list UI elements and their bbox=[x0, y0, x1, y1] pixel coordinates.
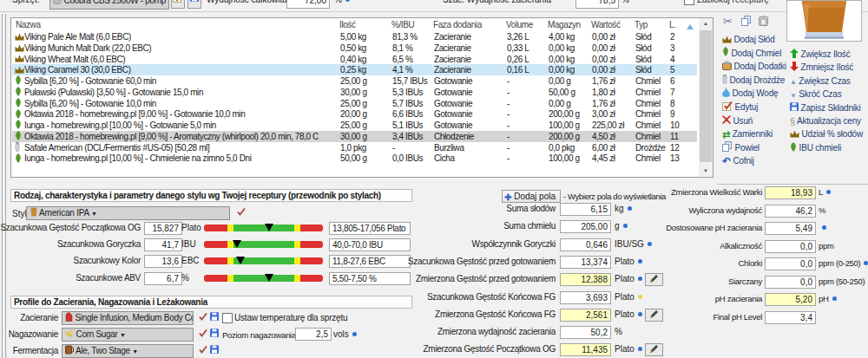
fermentation-save-button[interactable] bbox=[209, 345, 220, 355]
field-dot bbox=[826, 190, 831, 194]
table-scrollbar[interactable]: ▲▼ bbox=[699, 18, 713, 177]
row-stock: 200,00 g bbox=[549, 131, 580, 142]
table-row[interactable]: Oktawia 2018 - homebrewing.pl [9,00 %] -… bbox=[12, 131, 697, 142]
scroll-up-icon[interactable]: ▲ bbox=[699, 18, 713, 29]
undo-button[interactable]: ↶ Cofnij bbox=[722, 154, 754, 167]
table-row[interactable]: Viking Munich Malt Dark (22,0 EBC)0,50 k… bbox=[12, 42, 697, 54]
mid-field-edit-button[interactable] bbox=[645, 343, 663, 356]
style-dropdown[interactable]: American IPA ▼ bbox=[26, 206, 230, 220]
table-row[interactable]: Iunga - homebrewing.pl [10,00 %] - Gotow… bbox=[12, 120, 697, 131]
grain-percentage-button[interactable]: Udział % słodów bbox=[790, 127, 863, 140]
right-field-value[interactable]: 46,2 bbox=[765, 205, 816, 218]
column-header[interactable]: Typ bbox=[635, 20, 648, 29]
table-row[interactable]: Sybilla [6,20 %] - Gotowanie 60,0 min25,… bbox=[12, 75, 697, 87]
increase-time-button[interactable]: ▲ Zwiększ Czas bbox=[790, 75, 851, 88]
style-row-value[interactable]: 41,7 bbox=[144, 238, 182, 251]
decrease-amount-button[interactable]: Zmniejsz Ilość bbox=[790, 61, 853, 74]
column-header[interactable]: Faza dodania bbox=[433, 20, 482, 29]
right-field-value[interactable]: 0,0 bbox=[765, 257, 816, 270]
carbonation-check-button[interactable] bbox=[197, 329, 207, 339]
right-field-value[interactable]: 5,20 bbox=[765, 293, 816, 306]
table-row[interactable]: Iunga - homebrewing.pl [10,00 %] - Chmie… bbox=[12, 153, 697, 164]
mash-dropdown[interactable]: Single Infusion, Medium Body Coob bbox=[62, 311, 194, 325]
mash-check-button[interactable] bbox=[197, 313, 207, 322]
table-row[interactable]: Viking Wheat Malt (6,0 EBC)0,40 kg6,5 %Z… bbox=[12, 54, 697, 65]
equipment-dropdown[interactable]: Coobra CBS 2500W - pomp 220V bbox=[49, 0, 169, 10]
equipment-save-button[interactable] bbox=[187, 0, 201, 9]
row-volume: 0,16 L bbox=[507, 64, 529, 75]
increase-amount-button[interactable]: Zwiększ Ilość bbox=[790, 48, 850, 61]
hop-icon bbox=[15, 153, 22, 166]
cut-button[interactable]: ✂ bbox=[723, 15, 737, 28]
lock-recipe-checkbox[interactable] bbox=[684, 0, 694, 5]
set-temp-checkbox[interactable] bbox=[222, 313, 233, 323]
column-header[interactable]: Magazyn bbox=[548, 20, 581, 29]
table-row[interactable]: Sybilla [6,20 %] - Gotowanie 10,0 min25,… bbox=[12, 98, 697, 109]
sort-arrow-icon[interactable] bbox=[687, 22, 694, 31]
column-header[interactable]: Wartość bbox=[591, 20, 621, 29]
table-row[interactable]: Viking Caramel 30 (30,0 EBC)0,25 kg4,1 %… bbox=[12, 64, 697, 75]
splitter-line[interactable] bbox=[2, 14, 3, 358]
carbonation-save-button[interactable] bbox=[209, 329, 220, 338]
column-header[interactable]: %/IBU bbox=[391, 20, 414, 29]
equipment-edit-button[interactable] bbox=[171, 0, 185, 9]
add-water-button[interactable]: Dodaj Wodę bbox=[722, 87, 778, 100]
add-misc-button[interactable]: Dodaj Dodatki bbox=[722, 60, 786, 73]
decrease-time-button[interactable]: ▼ Skróć Czas bbox=[790, 88, 841, 101]
right-field-value[interactable]: 18,93 bbox=[765, 186, 816, 199]
scroll-down-icon[interactable]: ▼ bbox=[699, 166, 713, 177]
row-qty: 1,0 pkg bbox=[340, 142, 366, 153]
column-header[interactable]: Ilość bbox=[339, 20, 356, 29]
mid-field-label: Szacunkowa Gęstość przed gotowaniem bbox=[252, 257, 556, 266]
row-type: Chmiel bbox=[635, 98, 661, 109]
right-field-value[interactable]: 0,0 bbox=[765, 276, 816, 289]
fermentation-check-icon bbox=[198, 346, 207, 356]
right-field-label: Alkaliczność bbox=[562, 241, 762, 251]
yeast-icon bbox=[722, 75, 727, 88]
mug-icon bbox=[65, 345, 74, 358]
style-check-button[interactable] bbox=[234, 208, 247, 218]
scroll-thumb[interactable] bbox=[700, 30, 712, 162]
right-field-value[interactable]: 3,4 bbox=[765, 311, 816, 324]
duplicate-button[interactable]: Powiel bbox=[722, 141, 760, 154]
right-field-value[interactable]: 0,0 bbox=[765, 240, 816, 253]
mash-efficiency-input[interactable]: 78,5 bbox=[575, 0, 619, 9]
substitutes-button[interactable]: ⇄ Zamienniki bbox=[722, 127, 773, 140]
add-fields-button[interactable]: ✚ Dodaj pola bbox=[502, 190, 561, 203]
copy-button[interactable] bbox=[741, 16, 755, 29]
add-grain-button[interactable]: Dodaj Słód bbox=[722, 33, 775, 46]
total-efficiency-input[interactable]: 72,00 bbox=[286, 0, 330, 9]
table-row[interactable]: Oktawia 2018 - homebrewing.pl [9,00 %] -… bbox=[12, 108, 697, 120]
row-stock: 200,00 g bbox=[549, 108, 580, 120]
add-hops-button[interactable]: Dodaj Chmiel bbox=[722, 47, 781, 60]
style-row-value[interactable]: 6,7 bbox=[144, 272, 182, 285]
hops-ibu-button[interactable]: IBU chmieli bbox=[790, 141, 841, 154]
style-row-value[interactable]: 13,6 bbox=[144, 255, 182, 268]
right-field-value[interactable]: 5,49 bbox=[765, 222, 816, 235]
hop-icon bbox=[790, 142, 797, 155]
fermentation-dropdown[interactable]: Ale, Two Stage ▼ bbox=[62, 344, 194, 358]
update-price-button[interactable]: § Aktualizacja ceny bbox=[790, 114, 861, 127]
table-row[interactable]: Viking Pale Ale Malt (6,0 EBC)5,00 kg81,… bbox=[12, 31, 697, 42]
fermentation-check-button[interactable] bbox=[197, 346, 207, 355]
carbonation-dropdown[interactable]: Corn Sugar ▼ bbox=[62, 328, 194, 342]
add-yeast-button[interactable]: Dodaj Drożdże bbox=[722, 74, 785, 87]
style-row-value[interactable]: 15,827 bbox=[144, 222, 182, 235]
mid-field-value[interactable]: 11,435 bbox=[560, 343, 611, 356]
column-header[interactable]: L. bbox=[669, 20, 676, 29]
row-volume: - bbox=[507, 120, 510, 131]
table-row[interactable]: Puławski (Pulawski) [3,50 %] - Gotowanie… bbox=[12, 87, 697, 98]
mid-field-value[interactable]: 50,2 bbox=[560, 326, 611, 339]
column-header[interactable]: Nazwa bbox=[16, 20, 41, 29]
row-ibu: 81,3 % bbox=[392, 31, 418, 42]
style-row-label: Szacunkowy Kolor bbox=[0, 256, 141, 265]
paste-button[interactable] bbox=[759, 16, 773, 29]
table-row[interactable]: Safale American (DCL/Fermentis #US-05) [… bbox=[12, 142, 697, 153]
delete-button[interactable]: Usuń bbox=[722, 114, 753, 127]
save-ingredients-button[interactable]: Zapisz Składniki bbox=[790, 101, 861, 114]
price-icon: § bbox=[790, 115, 795, 128]
edit-button[interactable]: Edytuj bbox=[722, 101, 758, 114]
column-header[interactable]: Volume bbox=[506, 20, 533, 29]
mash-save-button[interactable] bbox=[209, 312, 220, 322]
splitter-line[interactable] bbox=[5, 14, 6, 358]
